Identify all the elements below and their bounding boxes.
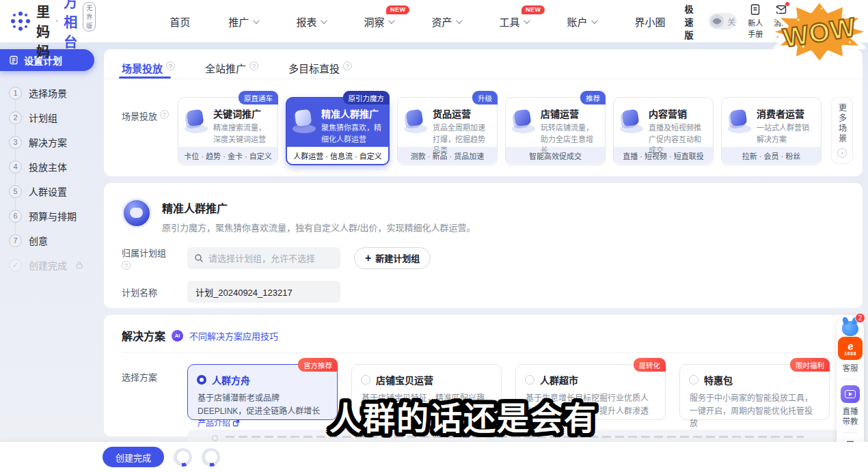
- progress-ring: [202, 448, 220, 467]
- mascot-icon[interactable]: [842, 321, 858, 336]
- top-navbar: 阿里妈妈 · 万相台 无界版 首页 推广 报表 洞察NEW 资产 工具NEW 账…: [0, 0, 868, 42]
- sidebar-step-plan-group[interactable]: 2计划组: [9, 105, 94, 130]
- goods-ops-icon: [403, 109, 428, 134]
- scene-card-tags: 人群运营 · 信息流 · 自定义: [287, 147, 388, 164]
- new-plan-group-button[interactable]: + 新建计划组: [354, 247, 431, 269]
- step-number: 2: [9, 111, 22, 124]
- speed-mode-toggle[interactable]: 关: [709, 13, 737, 29]
- tab-multi-target[interactable]: 多目标直投?: [288, 61, 352, 79]
- sidebar-step-scene[interactable]: 1选择场景: [9, 81, 94, 105]
- chevron-down-icon: [388, 17, 395, 24]
- live-teaching-label[interactable]: 直播带教: [841, 406, 859, 427]
- sidebar-step-budget[interactable]: 6预算与排期: [9, 204, 94, 228]
- brand-name: 阿里妈妈: [36, 0, 51, 61]
- scene-card-tags: 拉新 · 会员 · 粉丝: [722, 147, 821, 164]
- solution-card-special-pack[interactable]: 限时福利 特惠包 服务于中小商家的智能投放工具，一键开启，周期内智能优化托管投放: [679, 364, 830, 420]
- chevron-down-icon: [253, 17, 260, 24]
- solution-header: 解决方案 AI 不同解决方案应用技巧: [122, 327, 845, 353]
- select-solution-label: 选择方案: [122, 364, 187, 420]
- handbook-button[interactable]: 新人手册: [748, 3, 763, 39]
- sidebar-step-subject[interactable]: 4投放主体: [9, 154, 94, 179]
- plan-group-placeholder: 请选择计划组，允许不选择: [208, 251, 315, 264]
- sidebar: 设置计划 1选择场景 2计划组 3解决方案 4投放主体 5人群设置 6预算与排期…: [0, 49, 94, 277]
- customer-service-label[interactable]: 客服: [841, 363, 859, 374]
- chevron-down-icon: [524, 17, 530, 24]
- scene-row: 场景投放? 原直通车 关键词推广 精准搜索流量，深度关键词运营 卡位 · 趋势 …: [104, 79, 863, 165]
- mail-icon: [775, 3, 787, 16]
- help-icon[interactable]: ?: [249, 61, 258, 70]
- new-badge: NEW: [386, 5, 410, 14]
- group-field-label: 归属计划组 ?: [122, 246, 187, 270]
- scene-card-goods[interactable]: 升级 货品运营 货品全周期加速打爆，挖掘趋势品类 测款 · 新品 · 货品加速: [397, 97, 498, 165]
- chevron-down-icon: [456, 17, 463, 24]
- solution-tips-link[interactable]: 不同解决方案应用技巧: [189, 329, 278, 342]
- audience-sphere-icon: [122, 198, 152, 228]
- sidebar-step-solution[interactable]: 3解决方案: [9, 130, 94, 154]
- help-icon[interactable]: ?: [160, 110, 169, 119]
- detail-description: 原引力魔方，聚焦猜你喜欢流量，独有自定义人群/出价，实现精细化人群运营。: [162, 221, 476, 234]
- nav-right: 极速版 关 新人手册 消息中心: [684, 2, 868, 41]
- nav-item-tools[interactable]: 工具NEW: [480, 14, 547, 29]
- radio-icon[interactable]: [361, 375, 370, 385]
- divider: [842, 379, 858, 380]
- nav-item-promotion[interactable]: 推广: [209, 14, 277, 29]
- solution-title: 解决方案: [122, 327, 165, 344]
- radio-icon[interactable]: [689, 375, 699, 385]
- scene-card-keyword[interactable]: 原直通车 关键词推广 精准搜索流量，深度关键词运营 卡位 · 趋势 · 金卡 ·…: [178, 97, 278, 165]
- video-subtitle: 人群的话还是会有: [329, 392, 597, 439]
- radio-selected-icon[interactable]: [197, 375, 206, 385]
- sidebar-step-audience[interactable]: 5人群设置: [9, 179, 94, 204]
- check-icon: ✓: [9, 259, 22, 272]
- live-teaching-icon[interactable]: [841, 385, 860, 403]
- solution-card-audience-ark[interactable]: 官方推荐 人群方舟 基于店铺潜新老或品牌DEEPLINK，促进全链路人群增长产品…: [187, 364, 338, 420]
- scene-card-content[interactable]: 内容营销 直播及短视频推广促内容互动和成交 直播 · 短视频 · 短直联投: [613, 97, 714, 165]
- new-badge: NEW: [521, 5, 545, 14]
- nav-item-home[interactable]: 首页: [150, 14, 209, 29]
- scene-row-label: 场景投放?: [122, 92, 178, 165]
- chevron-right-icon: ›: [837, 148, 847, 158]
- plan-group-select[interactable]: 请选择计划组，允许不选择: [187, 247, 340, 269]
- audience-promo-icon: [292, 109, 316, 134]
- lock-icon: [75, 261, 83, 269]
- edition-badge: 无界版: [83, 2, 96, 31]
- external-link-icon: [232, 419, 240, 427]
- nav-item-assets[interactable]: 资产: [412, 14, 480, 29]
- plan-name-input[interactable]: 计划_20240924_123217: [187, 281, 340, 303]
- nav-menu: 首页 推广 报表 洞察NEW 资产 工具NEW 账户 界小圈: [150, 14, 684, 29]
- chevron-down-icon: [321, 17, 327, 24]
- radio-icon[interactable]: [525, 375, 534, 385]
- help-icon[interactable]: ?: [343, 61, 352, 70]
- scene-card-precise-audience[interactable]: 原引力魔方 精准人群推广 聚焦猜你喜欢，精细化人群运营 人群运营 · 信息流 ·…: [286, 97, 390, 165]
- ai-icon: AI: [172, 330, 183, 342]
- sidebar-step-creative[interactable]: 7创意: [9, 228, 94, 253]
- create-complete-button[interactable]: 创建完成: [103, 447, 164, 467]
- speed-mode-label: 极速版: [684, 2, 698, 41]
- tab-scene-launch[interactable]: 场景投放?: [122, 61, 175, 79]
- scene-cards: 原直通车 关键词推广 精准搜索流量，深度关键词运营 卡位 · 趋势 · 金卡 ·…: [178, 92, 853, 165]
- scene-card-tags: 卡位 · 趋势 · 金卡 · 自定义: [178, 147, 277, 164]
- help-icon[interactable]: ?: [166, 61, 175, 70]
- nav-item-circle[interactable]: 界小圈: [615, 14, 684, 29]
- nav-item-reports[interactable]: 报表: [277, 14, 344, 29]
- main-content: 场景投放? 全站推广? 多目标直投? 场景投放? 原直通车 关键词推广 精准搜索…: [104, 49, 863, 443]
- more-scenes-button[interactable]: 更多场景 ›: [831, 97, 853, 164]
- scene-badge: 升级: [472, 91, 498, 105]
- solution-badge: 提转化: [634, 358, 666, 372]
- plan-form: 归属计划组 ? 请选择计划组，允许不选择 + 新建计划组 计划名称 计划_202…: [122, 246, 845, 303]
- notification-count-badge: 2: [855, 313, 865, 323]
- document-icon: [749, 3, 761, 16]
- logo-1688-icon[interactable]: e 1688: [838, 337, 863, 360]
- help-icon[interactable]: ?: [122, 261, 131, 270]
- tab-sitewide[interactable]: 全站推广?: [205, 61, 258, 79]
- product-intro-link[interactable]: 产品介绍: [198, 419, 240, 428]
- detail-header: 精准人群推广 原引力魔方，聚焦猜你喜欢流量，独有自定义人群/出价，实现精细化人群…: [122, 198, 845, 234]
- progress-ring: [174, 448, 192, 467]
- scene-card-store[interactable]: 推荐 店铺运营 玩转店铺流量，助力全店生意增长 智能高效促成交: [505, 97, 606, 165]
- step-number: 3: [9, 136, 22, 149]
- nav-item-insight[interactable]: 洞察NEW: [344, 14, 412, 29]
- scene-card-consumer[interactable]: 消费者运营 一站式人群营销解决方案 拉新 · 会员 · 粉丝: [721, 97, 822, 165]
- step-number: 7: [9, 234, 22, 247]
- nav-item-account[interactable]: 账户: [547, 14, 615, 29]
- message-center-button[interactable]: 消息中心: [774, 3, 789, 39]
- brand-product: 万相台: [64, 0, 78, 51]
